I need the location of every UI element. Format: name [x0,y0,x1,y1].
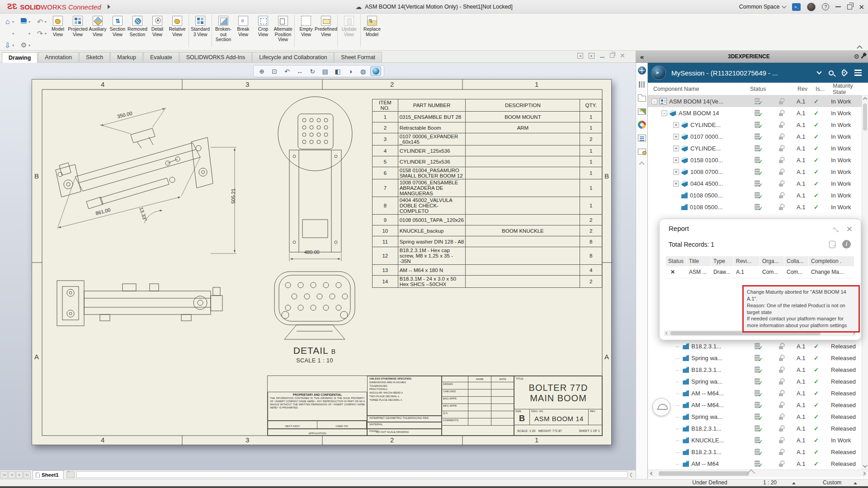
drawing-viewport[interactable]: ⊕ ⊡ ↶ ↔ ↻ ▤ ◧ ◑ ◍ 4 3 2 1 4 3 2 1 B A B [0,63,636,470]
tree-row[interactable]: Spring wa... A.1 ✓ Released [648,375,868,387]
compass-icon[interactable] [638,66,646,75]
units-caret-icon[interactable] [854,482,857,484]
help-icon[interactable]: ? [822,3,829,10]
column-component-name[interactable]: Component Name [648,86,748,92]
toolbar-button[interactable]: Auxiliary View [88,14,108,37]
pane-next-icon[interactable]: ▸ [589,53,594,59]
logo-expand-icon[interactable] [108,5,110,9]
toolbar-button[interactable]: Update View [339,14,359,37]
quick-access-button[interactable] [4,28,19,39]
view-tool-icon[interactable]: ◍ [358,66,368,76]
quick-access-button[interactable]: ⚙ [20,40,35,51]
column-maturity[interactable]: Maturity State [831,83,862,95]
scroll-right-icon[interactable] [862,472,866,475]
scale-caret-icon[interactable] [792,482,796,484]
expander[interactable]: + [673,181,679,187]
toolbar-button[interactable]: Replace Model [362,14,382,37]
toolbar-button[interactable]: Empty View [296,14,316,37]
next-sheet-button[interactable]: ▸ [16,471,23,479]
report-column-header[interactable]: Title [687,256,711,266]
view-tool-icon[interactable]: ▤ [320,66,330,76]
document-close-icon[interactable]: ✕ [620,52,625,59]
document-restore-icon[interactable] [610,53,614,58]
toolbar-button[interactable] [189,14,189,47]
avatar[interactable] [807,3,816,11]
assistant-avatar-icon[interactable] [652,398,670,416]
ribbon-tab[interactable]: Annotation [38,52,79,62]
toolbar-button[interactable] [294,14,295,47]
tree-vertical-scrollbar[interactable] [862,95,868,469]
ribbon-collapse-chevron-icon[interactable] [857,45,863,51]
document-minimize-icon[interactable] [600,57,604,58]
tree-row[interactable]: AM -- M64... A.1 ✓ Released [648,399,868,411]
tree-row[interactable]: KNUCKLE... A.1 ✓ In Work [648,434,868,446]
sheet-scale-selector[interactable]: 1 : 20 [763,479,777,486]
pane-previous-icon[interactable]: ◂ [577,53,583,59]
toolbar-button[interactable]: Crop View [253,14,273,37]
tree-row[interactable]: + 0107 0000... A.1 ✓ In Work [648,131,868,142]
quick-access-button[interactable] [20,28,35,39]
tree-row[interactable]: Spring wa... A.1 ✓ Released [648,411,868,422]
expander[interactable]: + [673,134,679,140]
toolbar-button[interactable]: Predefined View [316,14,336,37]
tree-row[interactable]: + 1008 0700... A.1 ✓ In Work [648,166,868,178]
report-close-icon[interactable]: ✕ [846,225,853,234]
list-icon[interactable] [638,135,646,141]
tree-row[interactable]: AM -- M64 A.1 ✓ Released [648,458,868,469]
expander[interactable]: + [673,169,679,175]
tree-row[interactable]: + 0404 4500... A.1 ✓ In Work [648,178,868,189]
view-tool-icon[interactable] [370,66,381,76]
3dexperience-compass-icon[interactable] [651,66,666,80]
units-selector[interactable]: Custom [823,479,841,486]
view-tool-icon[interactable]: ⊕ [256,66,267,76]
ribbon-tab[interactable]: Sketch [79,52,110,62]
ribbon-tab[interactable]: Markup [110,52,143,62]
report-column-header[interactable]: Type [711,256,734,266]
tree-row[interactable]: B18.2.3.1... A.1 ✓ Released [648,422,868,434]
session-chevron-down-icon[interactable] [816,69,821,74]
view-tool-icon[interactable]: ↔ [294,66,305,76]
column-rev[interactable]: Rev [796,86,814,92]
column-is[interactable]: Is... [814,86,831,92]
tree-row[interactable]: - ASM BOOM 14(Ve... A.1 ✓ In Work [648,95,868,107]
report-column-header[interactable]: Colla... [784,256,809,266]
toolbar-button[interactable]: Alternate Position View [273,14,293,42]
gear-icon[interactable]: ⚙ [854,53,859,60]
info-icon[interactable]: i [842,240,851,249]
hamburger-menu-icon[interactable] [854,70,862,76]
tree-row[interactable]: B18.2.3.1... A.1 ✓ Released [648,446,868,458]
collaborative-space-selector[interactable]: Common Space [739,4,786,10]
web-globe-icon[interactable] [638,121,646,129]
quick-access-button[interactable]: ⌂ [4,16,19,27]
quick-access-button[interactable] [20,16,35,27]
report-column-header[interactable]: Status [666,256,687,266]
view-tool-icon[interactable]: ◑ [345,66,356,76]
tree-row[interactable]: B18.2.3.1... A.1 ✓ Released [648,340,868,352]
scroll-up-icon[interactable] [863,97,868,102]
report-column-header[interactable]: Orga... [760,256,784,266]
search-folder-icon[interactable] [638,149,646,155]
scroll-left-icon[interactable] [650,472,654,475]
expander[interactable]: + [673,122,679,128]
tree-row[interactable]: AM -- M64... A.1 ✓ Released [648,387,868,399]
scroll-down-icon[interactable] [863,464,868,468]
expander[interactable]: - [651,99,657,104]
expander[interactable]: + [673,145,679,151]
tree-row[interactable]: B18.2.3.1... A.1 ✓ Released [648,364,868,375]
view-tool-icon[interactable]: ⊡ [269,66,280,76]
tree-horizontal-scrollbar[interactable] [648,469,868,477]
toolbar-button[interactable]: Relative View [167,14,187,37]
view-tool-icon[interactable]: ↶ [282,66,292,76]
toolbar-button[interactable]: Section View [108,14,127,37]
toolbar-button[interactable]: Broken-out Section [213,14,233,42]
pin-icon[interactable] [861,55,864,59]
tree-row[interactable]: 0108 0500... A.1 ✓ In Work [648,201,868,213]
last-sheet-button[interactable]: ▸| [24,471,31,479]
report-column-header[interactable]: Revi... [734,256,760,266]
horizontal-scrollbar[interactable] [76,471,627,478]
minimize-button[interactable] [835,6,841,7]
console-icon[interactable]: >_ [792,3,801,11]
toolbar-button[interactable] [337,14,338,47]
close-button[interactable]: ✕ [859,4,864,10]
view-tool-icon[interactable]: ◧ [332,66,343,76]
